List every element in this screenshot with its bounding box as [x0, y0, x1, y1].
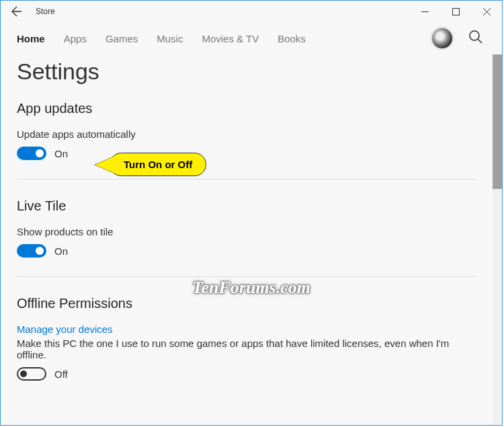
nav-music[interactable]: Music — [147, 33, 192, 44]
vertical-scrollbar[interactable] — [493, 54, 502, 425]
section-header-app-updates: App updates — [17, 101, 476, 116]
section-offline-permissions: Offline Permissions Manage your devices … — [17, 296, 476, 381]
avatar[interactable] — [432, 28, 452, 48]
toggle-knob — [36, 149, 44, 157]
divider — [17, 276, 476, 277]
divider — [17, 179, 476, 180]
titlebar: Store — [1, 1, 502, 22]
page-title: Settings — [17, 59, 476, 85]
toggle-state-offline: Off — [54, 368, 68, 380]
callout-tail — [95, 157, 114, 173]
close-icon — [483, 8, 491, 15]
toggle-state-update-apps: On — [54, 148, 68, 159]
minimize-icon — [421, 8, 429, 15]
toggle-show-products[interactable] — [17, 244, 46, 258]
toggle-knob — [36, 247, 44, 255]
section-app-updates: App updates Update apps automatically On — [17, 101, 476, 160]
nav-books[interactable]: Books — [268, 33, 315, 44]
svg-rect-1 — [452, 8, 459, 15]
svg-line-5 — [478, 40, 482, 44]
search-icon — [468, 30, 483, 44]
nav-games[interactable]: Games — [96, 33, 147, 44]
section-header-live-tile: Live Tile — [17, 198, 476, 214]
section-header-offline: Offline Permissions — [17, 296, 476, 311]
nav-bar: Home Apps Games Music Movies & TV Books — [1, 22, 502, 54]
toggle-offline-pc[interactable] — [17, 367, 46, 381]
nav-home[interactable]: Home — [17, 33, 54, 44]
close-button[interactable] — [471, 1, 502, 22]
minimize-button[interactable] — [409, 1, 440, 22]
link-manage-devices[interactable]: Manage your devices — [17, 323, 113, 335]
scrollbar-thumb[interactable] — [493, 54, 502, 189]
callout-bubble: Turn On or Off — [110, 153, 206, 176]
maximize-icon — [452, 8, 460, 15]
back-arrow-icon — [11, 6, 22, 17]
annotation-callout: Turn On or Off — [95, 153, 206, 176]
label-show-products: Show products on tile — [17, 226, 476, 237]
svg-point-4 — [470, 31, 479, 40]
toggle-state-show-products: On — [54, 245, 68, 257]
toggle-update-apps[interactable] — [17, 147, 46, 160]
store-window: Store Home Apps Games Music Movies & TV … — [0, 0, 503, 426]
search-button[interactable] — [466, 27, 486, 50]
offline-description: Make this PC the one I use to run some g… — [17, 338, 476, 360]
window-title: Store — [36, 7, 55, 16]
toggle-knob — [20, 371, 27, 377]
nav-apps[interactable]: Apps — [54, 33, 96, 44]
maximize-button[interactable] — [440, 1, 471, 22]
label-update-apps: Update apps automatically — [17, 128, 476, 140]
back-button[interactable] — [6, 1, 28, 22]
content-area: Settings App updates Update apps automat… — [1, 54, 493, 425]
nav-movies-tv[interactable]: Movies & TV — [192, 33, 268, 44]
section-live-tile: Live Tile Show products on tile On — [17, 198, 476, 258]
